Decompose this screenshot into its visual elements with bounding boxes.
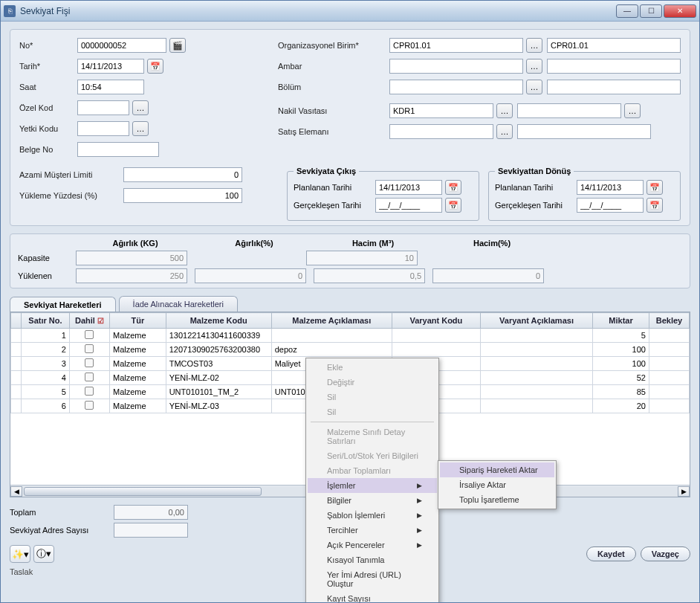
col-malzeme-kodu[interactable]: Malzeme Kodu (166, 313, 271, 329)
ctx-acik-p[interactable]: Açık Pencereler▶ (308, 538, 437, 552)
donus-plan-calendar[interactable]: 📅 (646, 180, 663, 195)
cikis-plan-input[interactable] (375, 180, 442, 195)
maximize-button[interactable]: ☐ (640, 4, 662, 18)
cikis-gercek-input[interactable] (375, 198, 442, 213)
yukleme-input[interactable] (123, 188, 242, 203)
hscroll-thumb[interactable] (24, 487, 262, 496)
toplam-label: Toplam (10, 508, 114, 517)
bolum-input[interactable] (389, 80, 523, 94)
azami-label: Azami Müşteri Limiti (19, 170, 123, 179)
bolum-lookup-button[interactable]: … (526, 80, 542, 94)
donus-gercek-label: Gerçekleşen Tarihi (495, 201, 577, 210)
no-input[interactable] (77, 38, 166, 53)
table-row[interactable]: 1Malzeme130122141304116003395 (11, 329, 690, 343)
ctx-bilgiler[interactable]: Bilgiler▶ (308, 493, 437, 508)
col-dahil[interactable]: Dahil ☑ (69, 313, 109, 329)
yetki-input[interactable] (77, 121, 129, 136)
yetki-lookup-button[interactable]: … (132, 121, 149, 136)
close-button[interactable]: ✕ (664, 4, 696, 18)
ozelkod-input[interactable] (77, 100, 129, 115)
chevron-right-icon: ▶ (417, 512, 422, 519)
dahil-checkbox[interactable] (85, 330, 94, 339)
ctx-sep1 (311, 422, 434, 422)
dahil-checkbox[interactable] (85, 344, 94, 353)
saat-label: Saat (19, 83, 77, 91)
kapasite-label: Kapasite (18, 254, 76, 262)
ozelkod-lookup-button[interactable]: … (132, 100, 149, 115)
satis-input[interactable] (389, 124, 493, 139)
row-selector-header[interactable] (11, 313, 22, 329)
cikis-plan-calendar[interactable]: 📅 (445, 180, 461, 195)
dahil-checkbox[interactable] (85, 387, 94, 396)
ag-pct-header: Ağırlık(%) (195, 239, 314, 248)
ctx-kisayol[interactable]: Kısayol Tanımla (308, 552, 437, 567)
ctx-ekle[interactable]: Ekle (308, 360, 437, 375)
nakil-lookup2-button[interactable]: … (624, 103, 641, 118)
minimize-button[interactable]: — (616, 4, 638, 18)
satis-lookup-button[interactable]: … (496, 124, 513, 139)
cikis-gercek-label: Gerçekleşen Tarihi (294, 201, 375, 210)
col-tur[interactable]: Tür (109, 313, 166, 329)
kaydet-button[interactable]: Kaydet (586, 546, 636, 561)
org-lookup-button[interactable]: … (526, 38, 542, 53)
saat-input[interactable] (77, 80, 144, 94)
belge-input[interactable] (77, 142, 159, 157)
kapasite-kg (76, 251, 187, 265)
tool-wand-button[interactable]: ✨▾ (10, 545, 30, 563)
dahil-checkbox[interactable] (85, 401, 94, 410)
hscroll-left[interactable]: ◀ (10, 486, 22, 497)
ambar-input[interactable] (389, 59, 523, 74)
col-malzeme-acik[interactable]: Malzeme Açıklaması (271, 313, 392, 329)
donus-gercek-calendar[interactable]: 📅 (646, 198, 663, 213)
ctx-islemler[interactable]: İşlemler▶ (308, 478, 437, 493)
chevron-right-icon: ▶ (417, 482, 422, 489)
ctx-ambar-top[interactable]: Ambar Toplamları (308, 463, 437, 478)
hscroll-right[interactable]: ▶ (678, 486, 690, 497)
vazgec-button[interactable]: Vazgeç (641, 546, 690, 561)
nakil-display[interactable] (517, 103, 621, 118)
tarih-calendar-button[interactable]: 📅 (147, 59, 163, 74)
ctx-sub-siparis[interactable]: Sipariş Hareketi Aktar (440, 462, 554, 477)
ctx-sil1[interactable]: Sil (308, 390, 437, 404)
cikis-gercek-calendar[interactable]: 📅 (445, 198, 461, 213)
tab-sevkiyat-hareketleri[interactable]: Sevkiyat Hareketleri (10, 297, 116, 312)
ctx-sinif[interactable]: Malzeme Sınıfı Detay Satırları (308, 425, 437, 448)
col-bekley[interactable]: Bekley (649, 313, 689, 329)
col-miktar[interactable]: Miktar (593, 313, 649, 329)
yetki-label: Yetki Kodu (19, 124, 77, 133)
ctx-yerimi[interactable]: Yer İmi Adresi (URL) Oluştur (308, 567, 437, 591)
nakil-lookup-button[interactable]: … (496, 103, 513, 118)
col-satir-no[interactable]: Satır No. (22, 313, 70, 329)
cikis-fieldset: Sevkiyata Çıkış Planlanan Tarihi 📅 Gerçe… (287, 167, 479, 221)
ctx-sil2[interactable]: Sil (308, 404, 437, 419)
app-icon: ⎘ (4, 5, 16, 17)
tool-info-button[interactable]: ⓘ▾ (33, 545, 54, 563)
toplam-value (114, 505, 188, 520)
ctx-tercih[interactable]: Tercihler▶ (308, 523, 437, 538)
dahil-checkbox[interactable] (85, 358, 94, 367)
yuklenen-kg (76, 268, 187, 283)
donus-gercek-input[interactable] (577, 198, 644, 213)
ctx-kayit[interactable]: Kayıt Sayısı (308, 591, 437, 602)
ctx-sub-toplu[interactable]: Toplu İşaretleme (440, 492, 554, 507)
chevron-right-icon: ▶ (417, 526, 422, 534)
ctx-degistir[interactable]: Değiştir (308, 375, 437, 390)
dahil-checkbox[interactable] (85, 373, 94, 381)
azami-input[interactable] (123, 167, 242, 182)
ag-kg-header: Ağırlık (KG) (76, 239, 195, 248)
yuklenen-label: Yüklenen (18, 271, 76, 280)
ctx-sub-irsaliye[interactable]: İrsaliye Aktar (440, 477, 554, 492)
col-varyant-kodu[interactable]: Varyant Kodu (392, 313, 480, 329)
table-row[interactable]: 2Malzeme12071309025763200380depoz100 (11, 343, 690, 357)
ambar-lookup-button[interactable]: … (526, 59, 542, 74)
col-varyant-acik[interactable]: Varyant Açıklaması (480, 313, 592, 329)
org-input[interactable] (389, 38, 523, 53)
donus-plan-input[interactable] (577, 180, 644, 195)
ambar-label: Ambar (278, 62, 389, 71)
tab-iade-alinacak[interactable]: İade Alınacak Hareketleri (119, 296, 238, 312)
ctx-seri[interactable]: Seri/Lot/Stok Yeri Bilgileri (308, 448, 437, 463)
nakil-input[interactable] (389, 103, 493, 118)
tarih-input[interactable] (77, 59, 144, 74)
no-lookup-button[interactable]: 🎬 (169, 38, 186, 53)
ctx-sablon[interactable]: Şablon İşlemleri▶ (308, 508, 437, 523)
